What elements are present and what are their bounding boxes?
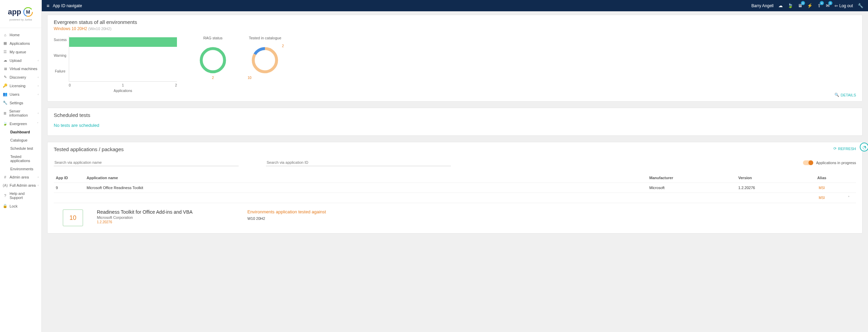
sidebar-item-help-and-support[interactable]: ?Help and Support <box>0 189 41 202</box>
sidebar-sub-tested-applications[interactable]: Tested applications <box>0 152 41 165</box>
details-button[interactable]: 🔍 DETAILS <box>54 93 856 97</box>
bolt-icon[interactable]: ⚡ <box>807 3 813 8</box>
detail-title: Readiness Toolkit for Office Add-ins and… <box>97 209 193 215</box>
sidebar-item-label: Help and Support <box>10 191 39 200</box>
logo-subtitle: powered by Juriba <box>10 18 32 21</box>
sidebar-item-label: Home <box>10 33 20 37</box>
sidebar-item-my-queue[interactable]: ☰My queue <box>0 48 41 56</box>
licensing-icon: 🔑 <box>3 83 8 88</box>
sidebar: app M powered by Juriba ⌂Home▦Applicatio… <box>0 0 42 332</box>
sidebar-item-evergreen[interactable]: 🍃Evergreen˅ <box>0 119 41 128</box>
cloud-icon[interactable]: ☁ <box>778 3 783 8</box>
upload-icon[interactable]: ⇧4 <box>817 3 821 8</box>
refresh-button[interactable]: ⟳ REFRESH <box>833 146 856 151</box>
nav-list: ⌂Home▦Applications☰My queue☁Upload‹🖥Virt… <box>0 28 41 210</box>
evergreen-icon: 🍃 <box>3 121 8 126</box>
sidebar-item-licensing[interactable]: 🔑Licensing‹ <box>0 81 41 90</box>
collapse-icon[interactable]: ˄ <box>846 193 856 203</box>
sidebar-item-settings[interactable]: 🔧Settings <box>0 98 41 107</box>
col-alias[interactable]: Alias <box>798 173 846 183</box>
search-name-input[interactable] <box>54 159 239 166</box>
sidebar-item-label: Upload <box>10 58 22 63</box>
sidebar-item-label: Admin area <box>10 175 29 179</box>
sidebar-item-home[interactable]: ⌂Home <box>0 31 41 39</box>
upload-badge: 4 <box>820 1 824 5</box>
search-id-input[interactable] <box>266 159 451 166</box>
sidebar-item-label: Users <box>10 92 20 96</box>
mail-badge: 5 <box>828 1 832 5</box>
sidebar-item-label: Applications <box>10 41 30 45</box>
sidebar-item-label: Server information <box>9 109 38 117</box>
donut-rag-status: RAG status 2 <box>197 36 228 76</box>
user-name[interactable]: Barry Angell <box>751 3 774 8</box>
sidebar-item-label: My queue <box>10 50 26 54</box>
alias-chip: MSI <box>819 186 825 190</box>
sidebar-item-label: Settings <box>10 101 23 105</box>
discovery-icon: ✎ <box>3 75 8 79</box>
mail-icon[interactable]: ✉5 <box>826 3 830 8</box>
sidebar-item-upload[interactable]: ☁Upload‹ <box>0 56 41 65</box>
home-icon: ⌂ <box>3 33 8 37</box>
monitor-badge: 0 <box>801 1 805 5</box>
admin-area-icon: # <box>3 175 8 179</box>
card-scheduled-tests: Scheduled tests No tests are scheduled <box>47 108 863 136</box>
sidebar-item-label: Lock <box>10 204 17 208</box>
sidebar-item-users[interactable]: 👥Users‹ <box>0 90 41 98</box>
bar-success[interactable] <box>69 37 177 47</box>
card-title: Scheduled tests <box>54 112 856 118</box>
detail-version: 1.2.20276 <box>97 220 193 224</box>
chevron-icon: ‹ <box>38 84 39 88</box>
sidebar-item-full-admin-area[interactable]: (A)Full Admin area‹ <box>0 181 41 189</box>
sidebar-item-label: Evergreen <box>10 122 27 126</box>
sidebar-sub-catalogue[interactable]: Catalogue <box>0 136 41 144</box>
table-row[interactable]: 9 Microsoft Office Readiness Toolkit Mic… <box>54 183 856 193</box>
monitor-icon[interactable]: 🖥0 <box>798 3 802 8</box>
inprogress-toggle[interactable] <box>803 160 813 165</box>
upload-icon: ☁ <box>3 58 8 63</box>
table-row-detail: 10 Readiness Toolkit for Office Add-ins … <box>54 203 856 229</box>
sidebar-item-discovery[interactable]: ✎Discovery‹ <box>0 73 41 81</box>
logo-icon: M <box>23 6 34 17</box>
lock-icon: 🔒 <box>3 204 8 208</box>
col-name[interactable]: Application name <box>85 173 647 183</box>
bar-chart-applications: Success Warning Failure 0 1 2 Applicatio… <box>54 36 177 91</box>
wrench-icon[interactable]: 🔧 <box>858 3 863 8</box>
menu-toggle-icon[interactable]: ≡ <box>47 3 49 9</box>
alias-chip: MSI <box>819 196 825 200</box>
chevron-icon: ˅ <box>37 122 39 125</box>
sidebar-item-admin-area[interactable]: #Admin area‹ <box>0 173 41 181</box>
logo-text: app <box>8 8 21 16</box>
applications-table: App ID Application name Manufacturer Ver… <box>54 173 856 229</box>
sidebar-item-label: Licensing <box>10 84 25 88</box>
logout-button[interactable]: ⇦ Log out <box>834 3 853 8</box>
detail-manufacturer: Microsoft Corporation <box>97 215 193 220</box>
chevron-icon: ‹ <box>38 76 39 79</box>
col-manu[interactable]: Manufacturer <box>647 173 736 183</box>
help-and-support-icon: ? <box>3 194 8 198</box>
env-list: W10 20H2 <box>247 216 326 221</box>
sidebar-item-applications[interactable]: ▦Applications <box>0 39 41 48</box>
leaf-icon[interactable]: 🍃 <box>788 3 793 8</box>
sidebar-sub-environments[interactable]: Environments <box>0 165 41 173</box>
sidebar-item-virtual-machines[interactable]: 🖥Virtual machines <box>0 65 41 73</box>
sidebar-sub-schedule-test[interactable]: Schedule test <box>0 144 41 152</box>
clock-icon[interactable]: ◔ <box>860 143 868 151</box>
logo: app M powered by Juriba <box>0 0 41 28</box>
server-information-icon: ≣ <box>3 111 7 116</box>
chevron-icon: ‹ <box>38 93 39 96</box>
applications-icon: ▦ <box>3 41 8 45</box>
card-tested-applications: ⟳ REFRESH Tested applications / packages… <box>47 142 863 234</box>
my-queue-icon: ☰ <box>3 50 8 54</box>
topbar: ≡ App ID navigate Barry Angell ☁ 🍃 🖥0 ⚡ … <box>42 0 868 11</box>
col-appid[interactable]: App ID <box>54 173 85 183</box>
sidebar-item-server-information[interactable]: ≣Server information‹ <box>0 107 41 119</box>
refresh-icon: ⟳ <box>833 146 837 151</box>
sidebar-item-label: Full Admin area <box>10 183 36 187</box>
environment-link[interactable]: Windows 10 20H2 (Win10 20H2) <box>54 26 856 31</box>
table-row[interactable]: MSI ˄ <box>54 193 856 203</box>
sidebar-sub-dashboard[interactable]: Dashboard <box>0 128 41 136</box>
col-ver[interactable]: Version <box>736 173 798 183</box>
chevron-icon: ‹ <box>38 184 39 187</box>
svg-text:M: M <box>26 9 30 15</box>
sidebar-item-lock[interactable]: 🔒Lock <box>0 202 41 210</box>
